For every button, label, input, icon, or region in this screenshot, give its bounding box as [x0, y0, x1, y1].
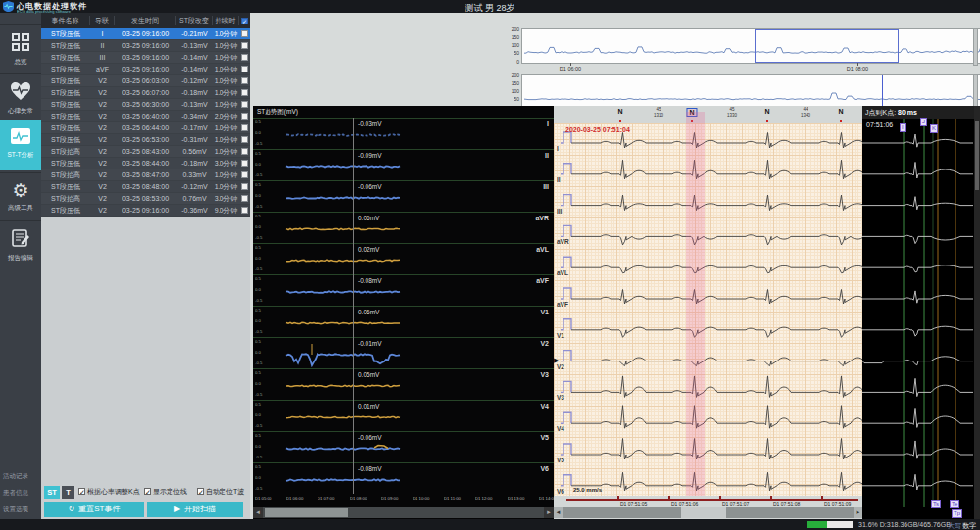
checkbox-icon[interactable]: ✓	[197, 488, 204, 495]
t-toggle-button[interactable]: T	[62, 486, 74, 499]
row-checkbox[interactable]	[241, 183, 248, 190]
checkbox-icon[interactable]: ✓	[78, 488, 85, 495]
scrollbar-thumb[interactable]	[681, 507, 726, 518]
marker-Te[interactable]: Te	[950, 500, 959, 508]
table-row[interactable]: ST段压低V203-25 06:03:00-0.12mV1.0分钟	[41, 75, 250, 87]
table-row[interactable]: ST段压低V203-25 06:07:00-0.18mV1.0分钟	[41, 87, 250, 99]
ecg-strip-scrollbar[interactable]: ◄ ►	[554, 507, 862, 518]
checkbox-auto-locate-t-wave[interactable]: ✓自动定位T波	[197, 487, 244, 497]
row-checkbox[interactable]	[241, 101, 248, 108]
st-trend-row-V2[interactable]: 0.50.0-0.5-0.01mVV2	[253, 337, 554, 368]
row-checkbox[interactable]	[241, 195, 248, 202]
row-checkbox[interactable]	[241, 136, 248, 143]
table-row[interactable]: ST段压低II03-25 09:16:00-0.13mV1.0分钟	[41, 40, 250, 52]
beat-label-N[interactable]: N	[838, 108, 843, 115]
sidebar-item-stt-analysis[interactable]: ST-T分析	[0, 120, 41, 170]
time-cursor[interactable]	[882, 75, 883, 109]
column-header-st-change[interactable]: ST段改变	[176, 16, 213, 25]
scroll-right-arrow[interactable]: ►	[544, 507, 554, 518]
column-header-time[interactable]: 发生时间	[115, 16, 176, 25]
table-row[interactable]: ST段压低V203-25 06:40:00-0.34mV2.0分钟	[41, 111, 250, 122]
table-row[interactable]: ST段压低V203-25 06:53:00-0.31mV1.0分钟	[41, 134, 250, 146]
st-trend-cursor[interactable]	[353, 118, 354, 494]
marker-Ts[interactable]: Ts	[931, 500, 941, 508]
cell-duration: 1.0分钟	[213, 147, 239, 157]
sidebar-item-arrhythmia[interactable]: 心律失常	[0, 73, 41, 119]
table-row[interactable]: ST段压低V203-25 06:44:00-0.17mV1.0分钟	[41, 122, 250, 134]
table-row[interactable]: ST段压低V203-25 08:48:00-0.12mV1.0分钟	[41, 181, 250, 193]
table-row[interactable]: ST段压低V203-25 08:44:00-0.18mV3.0分钟	[41, 158, 250, 169]
select-all-checkbox[interactable]: ✓	[241, 18, 248, 24]
sidebar-link-settings[interactable]: 设置选项	[0, 502, 41, 518]
marker-K[interactable]: K	[930, 124, 938, 133]
reset-st-events-button[interactable]: ↻重置ST事件	[44, 502, 144, 517]
sidebar-link-patient-info[interactable]: 患者信息	[0, 485, 41, 502]
st-trend-row-V3[interactable]: 0.50.0-0.50.05mVV3	[253, 368, 554, 400]
row-checkbox[interactable]	[241, 77, 248, 84]
scrollbar-thumb[interactable]	[265, 508, 348, 517]
row-checkbox[interactable]	[241, 124, 248, 131]
st-trend-row-aVF[interactable]: 0.50.0-0.5-0.08mVaVF	[253, 274, 554, 306]
st-trend-row-I[interactable]: 0.50.0-0.5-0.03mVI	[253, 118, 554, 149]
beat-label-N[interactable]: N	[617, 108, 622, 115]
st-trend-row-V5[interactable]: 0.50.0-0.5-0.06mVV5	[253, 431, 554, 462]
st-trend-row-V6[interactable]: 0.50.0-0.5-0.08mVV6	[253, 462, 554, 494]
start-scan-button[interactable]: ▶开始扫描	[147, 502, 243, 517]
table-row[interactable]: ST段压低aVF03-25 09:16:00-0.14mV1.0分钟	[41, 64, 250, 75]
column-header-event-name[interactable]: 事件名称	[41, 16, 90, 25]
interval-rr: 1340	[801, 112, 810, 117]
time-range-selection[interactable]	[755, 29, 899, 63]
st-trend-row-III[interactable]: 0.50.0-0.5-0.06mVIII	[253, 180, 554, 212]
row-checkbox[interactable]	[241, 148, 248, 155]
row-checkbox[interactable]	[241, 66, 248, 72]
scroll-left-arrow[interactable]: ◄	[253, 507, 263, 518]
checkbox-show-guide-line[interactable]: ✓显示定位线	[144, 487, 187, 497]
row-checkbox[interactable]	[241, 30, 248, 37]
cell-name: ST段压低	[41, 135, 90, 145]
table-row[interactable]: ST段压低III03-25 09:16:00-0.14mV1.0分钟	[41, 52, 250, 64]
jk-panel-scrollbar[interactable]	[974, 106, 980, 519]
hr-overview-chart[interactable]	[521, 28, 980, 64]
sidebar-item-report-edit[interactable]: 报告编辑	[0, 220, 41, 266]
sidebar-item-overview[interactable]: 总览	[0, 24, 41, 70]
checkbox-icon[interactable]: ✓	[144, 488, 151, 495]
sidebar: 总览 心律失常 ST-T分析 ⚙ 高级工具	[0, 13, 41, 519]
hr-overview-scrollbar[interactable]	[973, 28, 978, 66]
marker-Tp[interactable]: Tp	[952, 509, 962, 518]
table-row[interactable]: ST段抬高V203-25 08:47:000.33mV1.0分钟	[41, 169, 250, 181]
st-trend-row-aVL[interactable]: 0.50.0-0.50.02mVaVL	[253, 243, 554, 274]
scroll-left-arrow[interactable]: ◄	[554, 507, 563, 518]
scrollbar-thumb[interactable]	[975, 121, 979, 190]
st-trend-row-aVR[interactable]: 0.50.0-0.50.06mVaVR	[253, 212, 554, 243]
row-checkbox[interactable]	[241, 207, 248, 214]
sidebar-item-advanced-tools[interactable]: ⚙ 高级工具	[0, 172, 41, 218]
column-header-duration[interactable]: 持续时间	[213, 16, 239, 25]
marker-J[interactable]: J	[920, 118, 927, 126]
scroll-right-arrow[interactable]: ►	[854, 507, 862, 518]
st-trend-scrollbar[interactable]: ◄ ►	[253, 507, 554, 518]
row-checkbox[interactable]	[241, 171, 248, 178]
row-checkbox[interactable]	[241, 54, 248, 61]
st-toggle-button[interactable]: ST	[44, 486, 60, 499]
table-row[interactable]: ST段压低I03-25 09:16:00-0.21mV1.0分钟	[41, 28, 250, 40]
row-checkbox[interactable]	[241, 89, 248, 96]
table-row[interactable]: ST段压低V203-25 09:16:00-0.36mV9.0分钟	[41, 205, 250, 217]
row-checkbox[interactable]	[241, 42, 248, 49]
hr-detail-chart[interactable]	[521, 74, 980, 110]
row-checkbox[interactable]	[241, 160, 248, 167]
beat-label-N[interactable]: N	[764, 108, 769, 115]
column-header-lead[interactable]: 导联	[90, 16, 115, 25]
table-row[interactable]: ST段抬高V203-25 08:53:000.76mV3.0分钟	[41, 193, 250, 205]
st-trend-row-II[interactable]: 0.50.0-0.5-0.09mVII	[253, 149, 554, 180]
row-checkbox[interactable]	[241, 113, 248, 120]
beat-interval: 441340	[800, 106, 810, 118]
table-row[interactable]: ST段抬高V203-25 08:43:000.56mV1.0分钟	[41, 146, 250, 158]
checkbox-adjust-k-point[interactable]: ✓根据心率调整K点	[78, 487, 140, 497]
st-trend-row-V1[interactable]: 0.50.0-0.50.06mVV1	[253, 306, 554, 337]
st-trend-row-V4[interactable]: 0.50.0-0.50.01mVV4	[253, 400, 554, 431]
ecg-paper-grid[interactable]: 2020-03-25 07:51:04 25.0 mm/s IIIIIIaVRa…	[554, 123, 862, 496]
cell-duration: 1.0分钟	[213, 29, 239, 39]
table-row[interactable]: ST段压低V203-25 06:30:00-0.13mV1.0分钟	[41, 99, 250, 111]
sidebar-link-activity-log[interactable]: 活动记录	[0, 468, 41, 485]
marker-I[interactable]: I	[900, 123, 906, 132]
